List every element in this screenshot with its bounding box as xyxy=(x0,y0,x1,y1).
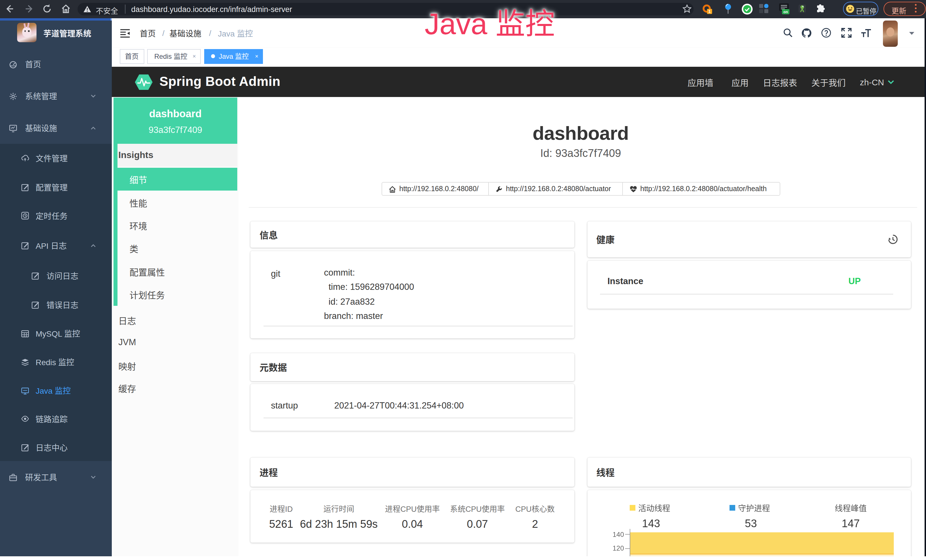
svg-text:1: 1 xyxy=(708,9,711,14)
svg-text:on: on xyxy=(784,10,788,14)
